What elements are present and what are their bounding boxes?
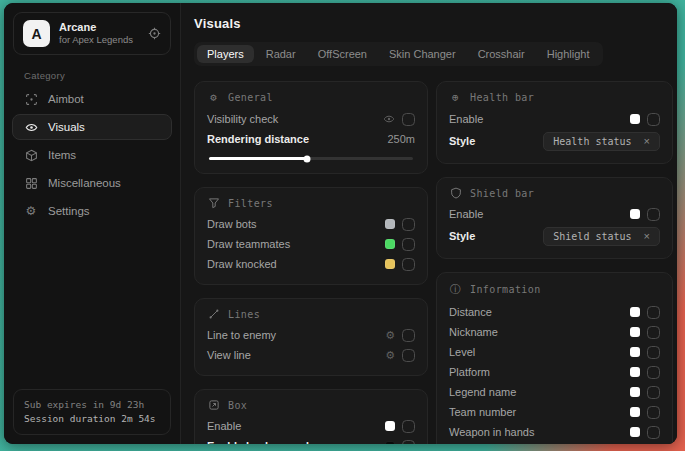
slider-thumb[interactable] [303, 155, 310, 162]
color-swatch[interactable] [385, 219, 395, 229]
team-number-checkbox[interactable] [647, 406, 660, 419]
clear-icon[interactable]: × [644, 136, 650, 147]
panel-lines: Lines Line to enemy ⚙ View line ⚙ [194, 298, 428, 376]
panel-shield-bar-header: Shield bar [449, 187, 660, 199]
tab-skin-changer[interactable]: Skin Changer [379, 45, 466, 63]
health-style-select[interactable]: Health status × [543, 132, 660, 151]
color-swatch[interactable] [630, 407, 640, 417]
clear-icon[interactable]: × [644, 231, 650, 242]
row-label: Enable [449, 113, 483, 125]
category-label: Category [24, 70, 180, 81]
left-column: ⚙ General Visibility check [194, 81, 428, 444]
row-rendering-distance: Rendering distance 250m [207, 129, 415, 149]
weapon-in-hands-checkbox[interactable] [647, 426, 660, 439]
sidebar-item-miscellaneous[interactable]: Miscellaneous [12, 170, 172, 196]
panel-box-header: Box [207, 399, 415, 411]
panel-health-bar-header: ⊕ Health bar [449, 91, 660, 104]
session-duration-text: Session duration 2m 54s [24, 412, 160, 426]
row-label: Style [449, 230, 475, 242]
sidebar: A Arcane for Apex Legends Category [4, 3, 181, 444]
panel-lines-header: Lines [207, 308, 415, 320]
row-draw-teammates: Draw teammates [207, 234, 415, 254]
color-swatch[interactable] [385, 441, 395, 444]
draw-teammates-checkbox[interactable] [402, 238, 415, 251]
app-name: Arcane [59, 21, 139, 35]
color-swatch[interactable] [630, 209, 640, 219]
visibility-check-checkbox[interactable] [402, 113, 415, 126]
legend-name-checkbox[interactable] [647, 386, 660, 399]
page-title: Visuals [194, 16, 677, 31]
selected-style-value: Shield status [553, 231, 631, 242]
color-swatch[interactable] [630, 114, 640, 124]
funnel-icon [207, 197, 220, 209]
panel-filters-header: Filters [207, 197, 415, 209]
gear-icon[interactable]: ⚙ [385, 329, 395, 342]
tab-players[interactable]: Players [197, 45, 254, 63]
color-swatch[interactable] [385, 259, 395, 269]
view-line-checkbox[interactable] [402, 349, 415, 362]
color-swatch[interactable] [630, 327, 640, 337]
shield-enable-checkbox[interactable] [647, 208, 660, 221]
panel-health-bar: ⊕ Health bar Enable Style Health stat [436, 81, 673, 164]
row-label: View line [207, 349, 251, 361]
draw-bots-checkbox[interactable] [402, 218, 415, 231]
selected-style-value: Health status [553, 136, 631, 147]
color-swatch[interactable] [385, 239, 395, 249]
row-level: Level [449, 342, 660, 362]
sidebar-item-label: Miscellaneous [48, 177, 121, 189]
box-enable-background-checkbox[interactable] [402, 440, 415, 445]
panel-title: Box [228, 400, 247, 411]
target-icon[interactable] [148, 27, 161, 40]
tab-radar[interactable]: Radar [256, 45, 306, 63]
color-swatch[interactable] [630, 427, 640, 437]
app-window: A Arcane for Apex Legends Category [4, 3, 677, 444]
eye-icon[interactable] [383, 113, 395, 125]
level-checkbox[interactable] [647, 346, 660, 359]
row-box-enable: Enable [207, 416, 415, 436]
row-label: Draw teammates [207, 238, 290, 250]
panel-shield-bar: Shield bar Enable Style Shield status [436, 177, 673, 259]
color-swatch[interactable] [630, 307, 640, 317]
row-health-enable: Enable [449, 109, 660, 129]
row-team-number: Team number [449, 402, 660, 422]
sidebar-item-aimbot[interactable]: Aimbot [12, 86, 172, 112]
row-visibility-check: Visibility check [207, 109, 415, 129]
panel-information: ⓘ Information Distance Nickname [436, 272, 673, 444]
sidebar-item-settings[interactable]: ⚙ Settings [12, 198, 172, 224]
sidebar-item-visuals[interactable]: Visuals [12, 114, 172, 140]
rendering-distance-value: 250m [387, 133, 415, 145]
shield-style-select[interactable]: Shield status × [543, 227, 660, 246]
diagonal-line-icon [207, 308, 220, 320]
color-swatch[interactable] [385, 421, 395, 431]
gear-icon[interactable]: ⚙ [385, 349, 395, 362]
platform-checkbox[interactable] [647, 366, 660, 379]
distance-checkbox[interactable] [647, 306, 660, 319]
nickname-checkbox[interactable] [647, 326, 660, 339]
tab-crosshair[interactable]: Crosshair [468, 45, 535, 63]
tab-bar: Players Radar OffScreen Skin Changer Cro… [194, 42, 603, 66]
health-enable-checkbox[interactable] [647, 113, 660, 126]
sidebar-item-label: Items [48, 149, 76, 161]
color-swatch[interactable] [630, 367, 640, 377]
right-column: ⊕ Health bar Enable Style Health stat [436, 81, 673, 444]
panel-title: Filters [228, 198, 273, 209]
sub-expires-text: Sub expires in 9d 23h [24, 398, 160, 412]
line-to-enemy-checkbox[interactable] [402, 329, 415, 342]
draw-knocked-checkbox[interactable] [402, 258, 415, 271]
rendering-distance-slider[interactable] [209, 157, 413, 160]
row-label: Enable [449, 208, 483, 220]
shield-icon [449, 187, 462, 199]
sidebar-nav: Aimbot Visuals Items [4, 86, 180, 224]
tab-highlight[interactable]: Highlight [537, 45, 600, 63]
tab-offscreen[interactable]: OffScreen [308, 45, 377, 63]
row-label: Platform [449, 366, 490, 378]
color-swatch[interactable] [630, 347, 640, 357]
box-enable-checkbox[interactable] [402, 420, 415, 433]
sidebar-item-label: Aimbot [48, 93, 84, 105]
row-label: Enable [207, 420, 241, 432]
sidebar-item-items[interactable]: Items [12, 142, 172, 168]
panel-filters: Filters Draw bots Draw teammates [194, 187, 428, 285]
color-swatch[interactable] [630, 387, 640, 397]
row-label: Style [449, 135, 475, 147]
row-distance: Distance [449, 302, 660, 322]
